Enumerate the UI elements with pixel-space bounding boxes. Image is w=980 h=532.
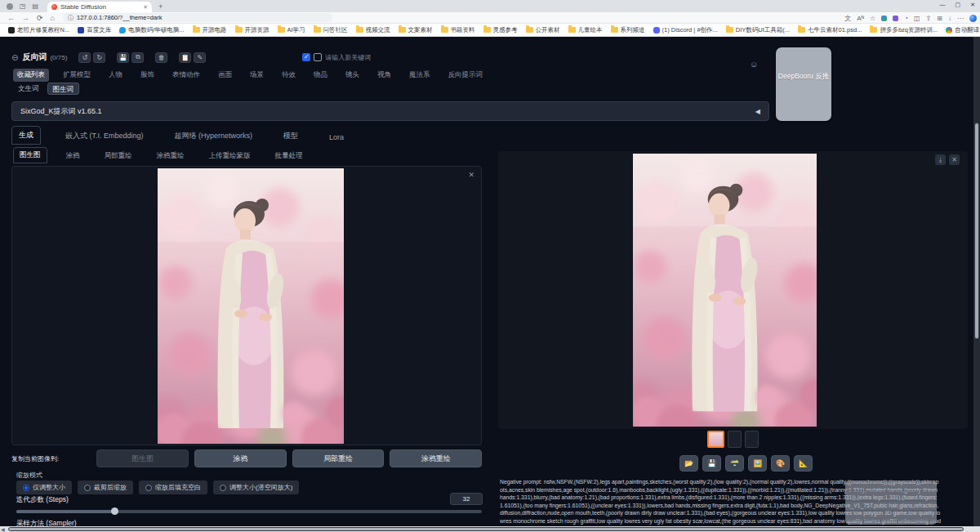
- tab-ext-models[interactable]: 扩展模型: [59, 69, 95, 82]
- output-image[interactable]: [633, 154, 817, 427]
- edit-icon[interactable]: ✎: [194, 52, 206, 63]
- back-button[interactable]: ←: [7, 14, 15, 22]
- bookmark-folder[interactable]: 儿童绘本: [568, 26, 603, 34]
- extension-icon[interactable]: [893, 16, 898, 21]
- tab-img2img[interactable]: 图生图: [13, 147, 47, 163]
- source-image[interactable]: [158, 168, 344, 444]
- tab-clothing[interactable]: 服饰: [136, 69, 158, 82]
- bookmark-folder[interactable]: 问答社区: [314, 26, 348, 34]
- hscroll-thumb[interactable]: [8, 527, 964, 531]
- vertical-tabs-icon[interactable]: ▤: [33, 2, 39, 10]
- bookmark-folder[interactable]: 开源电路: [193, 26, 227, 34]
- radio-icon[interactable]: [84, 485, 91, 491]
- save-icon[interactable]: 💾: [117, 52, 129, 63]
- bookmark-item[interactable]: 自动翻译 Google...: [946, 26, 980, 34]
- resize-option-fill[interactable]: 缩放后填充空白: [139, 481, 207, 494]
- bookmark-folder[interactable]: 灵感参考: [483, 26, 518, 34]
- emoji-icon[interactable]: ☺: [750, 60, 758, 69]
- bookmark-folder[interactable]: 拼多多bzq资源特训...: [870, 26, 938, 34]
- tab-batch[interactable]: 批量处理: [270, 149, 309, 163]
- tab-magic[interactable]: 魔法系: [405, 69, 434, 82]
- bookmark-folder[interactable]: 书籍资料: [441, 26, 475, 34]
- translate-icon[interactable]: 文: [844, 14, 851, 23]
- bookmark-item[interactable]: (1) Discord | #创作...: [653, 26, 718, 34]
- vscroll-thumb[interactable]: [974, 123, 979, 339]
- tab-txt2img-words[interactable]: 文生词: [13, 83, 44, 95]
- tab-inpaint[interactable]: 局部重绘: [99, 149, 138, 163]
- split-screen-icon[interactable]: ◫: [914, 15, 920, 22]
- history-icon[interactable]: ◔: [904, 15, 908, 22]
- tab-favorites[interactable]: 收藏列表: [13, 69, 49, 82]
- close-button[interactable]: ✕: [970, 2, 975, 8]
- bookmark-folder[interactable]: 公开素材: [526, 26, 560, 34]
- tab-picture[interactable]: 画面: [214, 69, 236, 82]
- downloads-icon[interactable]: ↓: [948, 15, 951, 22]
- chevron-left-icon[interactable]: ◀: [755, 108, 760, 115]
- resize-option-crop[interactable]: 裁剪后缩放: [78, 481, 133, 494]
- send-to-inpaint-button[interactable]: 🎨️: [771, 455, 790, 472]
- new-keyword-input[interactable]: [325, 54, 423, 61]
- bookmark-folder[interactable]: AI学习: [278, 26, 305, 34]
- vertical-scrollbar[interactable]: [973, 37, 980, 526]
- tab-negative[interactable]: 反向提示词: [444, 69, 488, 82]
- new-tab-button[interactable]: +: [158, 2, 163, 11]
- bookmark-folder[interactable]: 视频交流: [356, 26, 390, 34]
- slider-handle[interactable]: [111, 507, 118, 515]
- send-to-extras-button[interactable]: 🖼️: [748, 455, 767, 472]
- bookmark-item[interactable]: 百度文库: [78, 26, 111, 34]
- tab-lora[interactable]: Lora: [323, 130, 350, 145]
- keyword-checkbox[interactable]: ✓: [302, 53, 310, 61]
- tab-scene[interactable]: 场景: [246, 69, 268, 82]
- keyword-checkbox-empty[interactable]: [314, 53, 322, 61]
- collections-icon[interactable]: ⊞: [937, 15, 942, 22]
- read-aloud-icon[interactable]: Aᴺ: [857, 15, 864, 22]
- collapse-icon[interactable]: ⊖: [11, 53, 18, 62]
- tab-generate[interactable]: 生成: [11, 126, 41, 145]
- tab-inpaint-sketch[interactable]: 涂鸦重绘: [151, 149, 190, 163]
- tab-effects[interactable]: 特效: [278, 69, 300, 82]
- address-bar[interactable]: ⓘ 127.0.0.1:7860/?__theme=dark: [63, 13, 332, 22]
- tab-embedding[interactable]: 嵌入式 (T.I. Embedding): [59, 127, 150, 145]
- bookmark-folder[interactable]: 系列频道: [611, 26, 645, 34]
- remove-image-icon[interactable]: ✕: [468, 171, 474, 179]
- scroll-left-icon[interactable]: ◀: [1, 526, 5, 532]
- tab-img2img-words[interactable]: 图生词: [47, 83, 80, 95]
- reload-button[interactable]: ⟳: [37, 14, 43, 22]
- close-gallery-icon[interactable]: ✕: [949, 154, 960, 165]
- more-menu-icon[interactable]: ⋯: [957, 15, 964, 22]
- tab-models[interactable]: 模型: [277, 127, 305, 145]
- extension-icon[interactable]: [881, 16, 887, 21]
- bookmark-folder[interactable]: 文案素材: [399, 26, 433, 34]
- radio-icon[interactable]: [145, 485, 152, 491]
- tab-sketch[interactable]: 涂鸦: [60, 149, 86, 163]
- download-image-icon[interactable]: ⤓: [935, 154, 946, 165]
- home-button[interactable]: ⌂: [51, 14, 55, 22]
- resize-option-latent[interactable]: 调整大小(潜空间放大): [213, 481, 299, 494]
- redo-icon[interactable]: ↻: [93, 52, 105, 63]
- save-zip-button[interactable]: 🗃️: [725, 455, 744, 472]
- tab-view[interactable]: 视角: [373, 69, 395, 82]
- resize-option-just-resize[interactable]: 仅调整大小: [16, 481, 72, 494]
- copy-to-inpaint-sketch-button[interactable]: 涂鸦重绘: [390, 449, 482, 467]
- copy-icon[interactable]: ⧉: [131, 52, 144, 63]
- bookmark-item[interactable]: 老照片修复教程N...: [8, 26, 69, 34]
- tab-lens[interactable]: 镜头: [341, 69, 363, 82]
- copy-to-sketch-button[interactable]: 涂鸦: [194, 449, 287, 467]
- bookmark-item[interactable]: 电脑数码/华硕电脑...: [119, 26, 184, 34]
- radio-icon[interactable]: [220, 485, 226, 491]
- copilot-icon[interactable]: [969, 15, 977, 22]
- minimize-button[interactable]: —: [940, 2, 946, 8]
- favorite-star-icon[interactable]: ☆: [870, 15, 875, 22]
- steps-value-input[interactable]: 32: [450, 493, 483, 505]
- profile-avatar[interactable]: [7, 3, 13, 10]
- tab-items[interactable]: 物品: [310, 69, 332, 82]
- tab-inpaint-upload[interactable]: 上传重绘蒙版: [203, 149, 256, 163]
- browser-tab[interactable]: Stable Diffusion ✕: [47, 2, 152, 12]
- radio-icon[interactable]: [23, 485, 29, 491]
- deepbooru-button[interactable]: DeepBooru 反推: [776, 47, 831, 121]
- thumbnail-selected[interactable]: [707, 431, 724, 448]
- horizontal-scrollbar[interactable]: ◀: [0, 526, 973, 532]
- open-folder-button[interactable]: 📂: [679, 455, 698, 472]
- thumbnail[interactable]: [728, 431, 742, 448]
- site-info-icon[interactable]: ⓘ: [68, 14, 74, 22]
